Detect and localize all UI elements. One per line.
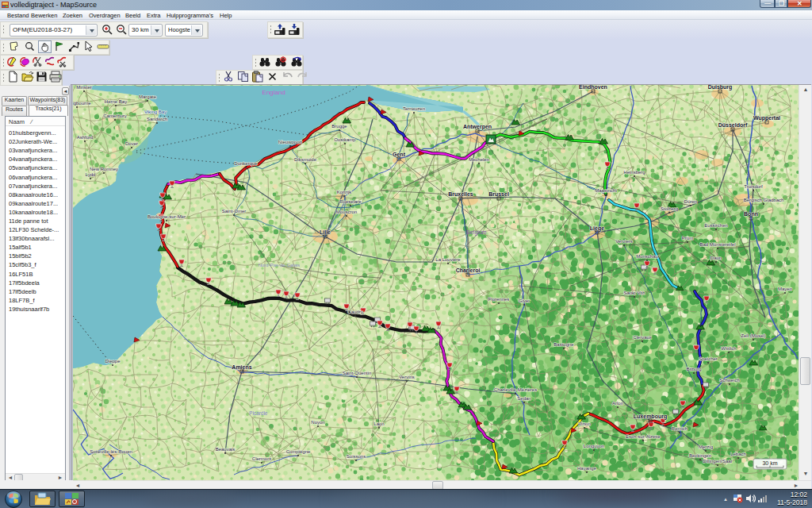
- svg-text:Boulogne-sur-Mer: Boulogne-sur-Mer: [147, 214, 186, 219]
- svg-text:Sedan: Sedan: [517, 396, 530, 401]
- svg-text:Mayen: Mayen: [778, 287, 792, 291]
- svg-text:Bruxelles: Bruxelles: [448, 191, 473, 197]
- svg-text:Margate: Margate: [139, 94, 157, 99]
- svg-text:Amiens: Amiens: [232, 364, 251, 370]
- svg-text:Caudry: Caudry: [347, 310, 362, 314]
- svg-text:Eindhoven: Eindhoven: [579, 85, 607, 90]
- svg-text:Minster: Minster: [76, 85, 92, 90]
- svg-text:Bonn: Bonn: [744, 211, 758, 217]
- svg-text:Beckingen: Beckingen: [689, 453, 711, 458]
- svg-text:Remich: Remich: [672, 426, 688, 431]
- svg-text:Bastogne: Bastogne: [553, 342, 574, 347]
- svg-text:Dieppe: Dieppe: [105, 359, 121, 364]
- svg-text:Picardie: Picardie: [249, 410, 268, 416]
- svg-text:Belgium: Belgium: [466, 229, 486, 236]
- svg-text:Maastricht: Maastricht: [595, 188, 617, 193]
- svg-text:New Romney: New Romney: [90, 167, 118, 171]
- svg-text:Clermont: Clermont: [252, 456, 272, 461]
- svg-text:Oostkamp: Oostkamp: [334, 137, 356, 142]
- svg-text:Mechelen: Mechelen: [469, 157, 489, 162]
- svg-text:Hayange: Hayange: [577, 466, 597, 471]
- svg-text:Zell (Mosel): Zell (Mosel): [741, 333, 765, 338]
- svg-text:Nord-Pas-de-Calais: Nord-Pas-de-Calais: [259, 263, 301, 267]
- svg-text:Dillingen/Saar: Dillingen/Saar: [703, 459, 732, 464]
- svg-text:Clervaux: Clervaux: [633, 335, 652, 340]
- svg-text:Merzig: Merzig: [699, 444, 713, 449]
- svg-text:Terneuzen: Terneuzen: [403, 106, 425, 111]
- svg-text:Monschau: Monschau: [636, 254, 658, 259]
- svg-text:Charleroi: Charleroi: [456, 267, 481, 273]
- svg-text:Prüm: Prüm: [682, 236, 693, 241]
- svg-text:England: England: [262, 89, 285, 96]
- svg-text:Bad Münstereifel: Bad Münstereifel: [699, 242, 735, 247]
- svg-text:Euskirchen: Euskirchen: [704, 223, 728, 228]
- svg-text:Roeselare: Roeselare: [339, 199, 362, 204]
- svg-text:Heinsberg: Heinsberg: [623, 170, 645, 175]
- svg-text:Arlon: Arlon: [612, 401, 623, 406]
- svg-text:Stolberg: Stolberg: [661, 206, 678, 211]
- svg-text:Dunkerque: Dunkerque: [234, 161, 258, 166]
- svg-text:Charleville-Mézières: Charleville-Mézières: [494, 387, 537, 392]
- svg-text:Laon: Laon: [373, 421, 384, 426]
- svg-text:Sittingbourne: Sittingbourne: [73, 101, 91, 106]
- svg-text:Saint-Omer: Saint-Omer: [222, 209, 247, 214]
- svg-text:Canterbury: Canterbury: [103, 114, 127, 118]
- svg-text:Ashford: Ashford: [77, 135, 94, 140]
- svg-text:Brussel: Brussel: [488, 191, 509, 197]
- svg-text:Bitburg: Bitburg: [686, 367, 701, 371]
- svg-text:Nieuwpoort: Nieuwpoort: [278, 140, 303, 144]
- svg-text:Noyon: Noyon: [311, 420, 324, 425]
- svg-text:Sotteville-lès-Rouen: Sotteville-lès-Rouen: [90, 449, 132, 454]
- svg-text:Soissons: Soissons: [347, 454, 366, 459]
- svg-text:Daun: Daun: [710, 256, 722, 260]
- svg-text:Esch-sur-Alzette: Esch-sur-Alzette: [626, 434, 661, 439]
- svg-text:Schweich: Schweich: [719, 378, 740, 383]
- svg-text:Virton: Virton: [578, 421, 591, 426]
- svg-text:Düren: Düren: [684, 199, 697, 204]
- svg-text:Sandwich: Sandwich: [147, 117, 167, 121]
- svg-text:Herne Bay: Herne Bay: [105, 99, 127, 104]
- svg-text:Brugge: Brugge: [331, 124, 347, 129]
- svg-text:Lebach: Lebach: [730, 452, 746, 456]
- svg-text:Mouscron: Mouscron: [336, 210, 357, 214]
- svg-text:Compiègne: Compiègne: [286, 449, 311, 454]
- svg-text:Diksmuide: Diksmuide: [294, 157, 317, 162]
- svg-text:Düsseldorf: Düsseldorf: [718, 122, 748, 128]
- svg-text:Wittlich: Wittlich: [721, 346, 736, 351]
- svg-text:Troisdorf: Troisdorf: [744, 184, 763, 189]
- svg-text:Vervins: Vervins: [399, 375, 415, 379]
- svg-text:Sankt Vith: Sankt Vith: [623, 291, 645, 295]
- svg-text:Lille: Lille: [320, 229, 331, 235]
- svg-text:Beauvais: Beauvais: [216, 447, 236, 452]
- svg-text:Florennes: Florennes: [488, 297, 510, 302]
- svg-text:30 km: 30 km: [762, 460, 777, 466]
- svg-text:Saint-Quentin: Saint-Quentin: [343, 371, 372, 375]
- svg-text:Lydd: Lydd: [86, 172, 96, 177]
- svg-text:Bergisch Gladbach: Bergisch Gladbach: [744, 198, 784, 202]
- svg-text:Dover: Dover: [125, 141, 138, 146]
- svg-text:Gent: Gent: [393, 152, 406, 157]
- svg-text:Speicher: Speicher: [699, 356, 718, 361]
- svg-text:Kortrijk: Kortrijk: [337, 190, 353, 194]
- svg-text:La Louviere: La Louviere: [435, 257, 461, 262]
- svg-text:Givet: Givet: [519, 298, 530, 303]
- svg-text:Longuyon: Longuyon: [584, 444, 604, 448]
- svg-text:Viking Bay: Viking Bay: [144, 110, 167, 114]
- svg-text:Verviers: Verviers: [615, 239, 633, 244]
